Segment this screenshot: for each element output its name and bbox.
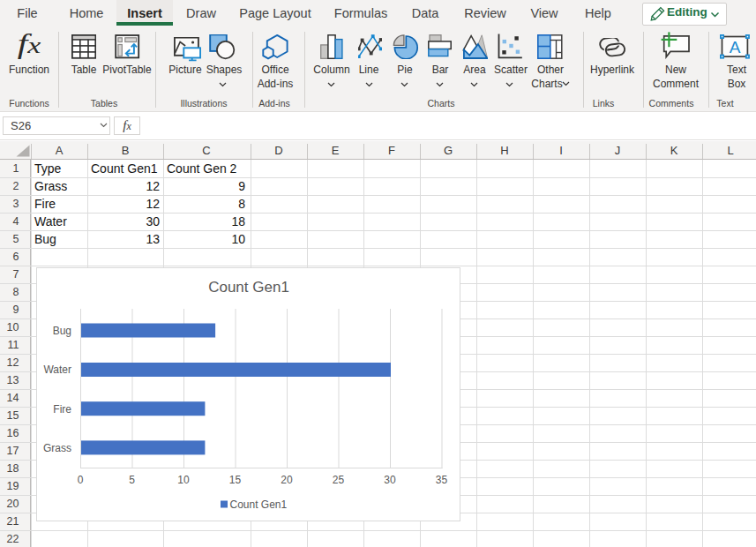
svg-text:20: 20 bbox=[281, 474, 293, 486]
svg-text:Count Gen1: Count Gen1 bbox=[230, 498, 288, 511]
svg-text:35: 35 bbox=[436, 474, 448, 486]
svg-text:5: 5 bbox=[129, 474, 135, 486]
svg-text:Bug: Bug bbox=[53, 325, 71, 337]
svg-text:Grass: Grass bbox=[43, 442, 71, 454]
svg-text:15: 15 bbox=[229, 474, 242, 486]
svg-text:30: 30 bbox=[384, 474, 396, 486]
svg-text:Count Gen1: Count Gen1 bbox=[208, 279, 289, 296]
svg-text:Water: Water bbox=[43, 363, 71, 376]
svg-text:25: 25 bbox=[333, 474, 345, 486]
svg-text:Fire: Fire bbox=[53, 403, 71, 416]
svg-text:0: 0 bbox=[78, 474, 84, 486]
svg-text:A: A bbox=[730, 38, 741, 56]
svg-text:10: 10 bbox=[177, 474, 190, 486]
